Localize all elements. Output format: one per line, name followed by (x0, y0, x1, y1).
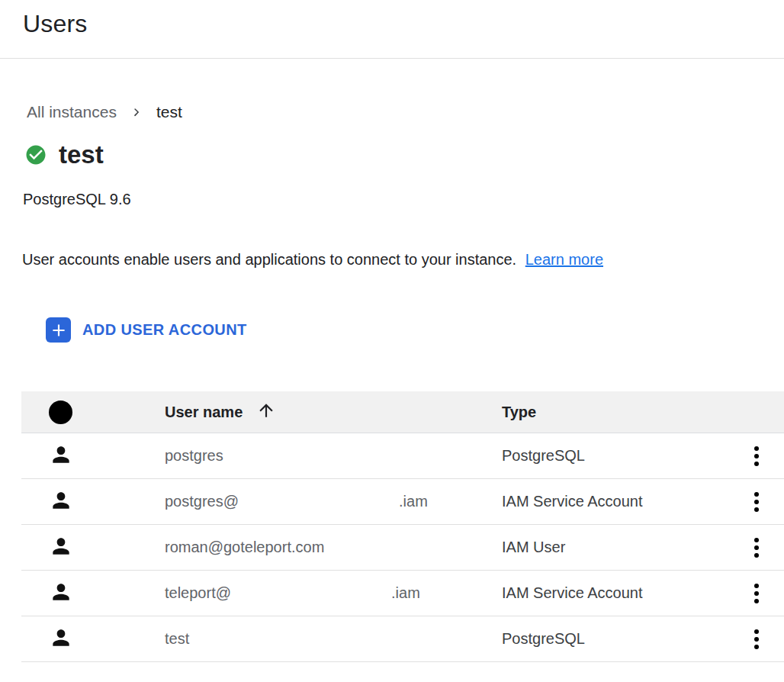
user-type-cell: IAM Service Account (502, 493, 729, 510)
sort-ascending-icon[interactable] (256, 401, 276, 424)
user-name-cell: roman@goteleport.com (165, 539, 502, 556)
users-table: User name Type postgres PostgreSQL (21, 391, 784, 662)
menu-cell (729, 532, 784, 564)
user-name-column-header[interactable]: User name (165, 401, 502, 424)
table-row: postgres@.iam IAM Service Account (21, 479, 784, 525)
kebab-icon (754, 584, 759, 588)
description-text: User accounts enable users and applicati… (22, 251, 516, 268)
user-name-cell: test (165, 630, 502, 648)
add-user-account-button[interactable]: ADD USER ACCOUNT (46, 317, 247, 343)
menu-cell (729, 623, 784, 655)
type-column-header[interactable]: Type (502, 404, 729, 421)
avatar-cell (21, 488, 165, 516)
kebab-icon (754, 538, 759, 542)
user-name-text: teleport@ (165, 584, 231, 601)
user-name-header-label: User name (165, 404, 243, 421)
breadcrumb-all-instances[interactable]: All instances (27, 102, 117, 122)
menu-cell (729, 440, 784, 472)
user-name-suffix: .iam (391, 584, 420, 601)
person-icon (49, 488, 73, 516)
description: User accounts enable users and applicati… (22, 251, 784, 269)
row-menu-button[interactable] (748, 532, 765, 564)
avatar-cell (21, 534, 165, 561)
row-menu-button[interactable] (748, 577, 765, 610)
breadcrumb: All instances test (27, 102, 784, 122)
user-name-suffix: .iam (399, 493, 428, 510)
menu-cell (729, 486, 784, 518)
status-ok-icon (24, 143, 47, 166)
table-body: postgres PostgreSQL postgres@.iam IAM Se… (21, 433, 784, 662)
instance-version: PostgreSQL 9.6 (23, 191, 784, 208)
avatar-circle-icon (49, 401, 72, 424)
menu-cell (729, 577, 784, 610)
avatar-cell (21, 580, 165, 607)
row-menu-button[interactable] (748, 623, 765, 655)
plus-icon (46, 317, 71, 343)
user-name-text: test (165, 630, 189, 647)
row-menu-button[interactable] (748, 486, 765, 518)
avatar-column-header (21, 401, 165, 424)
row-menu-button[interactable] (748, 440, 765, 472)
chevron-right-icon (128, 104, 145, 121)
user-type-cell: PostgreSQL (502, 630, 729, 648)
learn-more-link[interactable]: Learn more (525, 251, 603, 268)
person-icon (49, 442, 73, 470)
person-icon (49, 626, 73, 653)
page-header: Users (0, 0, 784, 59)
user-name-cell: postgres@.iam (165, 493, 502, 510)
instance-name: test (59, 140, 104, 169)
table-row: test PostgreSQL (21, 616, 784, 662)
avatar-cell (21, 442, 165, 470)
kebab-icon (754, 629, 759, 634)
user-name-text: roman@goteleport.com (165, 539, 324, 555)
kebab-icon (754, 446, 759, 451)
page-title: Users (23, 10, 784, 38)
type-header-label: Type (502, 404, 536, 420)
add-user-account-label: ADD USER ACCOUNT (82, 321, 247, 339)
avatar-cell (21, 626, 165, 653)
user-name-cell: postgres (165, 447, 502, 465)
instance-heading: test (24, 140, 784, 169)
breadcrumb-current: test (156, 102, 182, 122)
user-name-text: postgres (165, 447, 223, 464)
table-row: teleport@.iam IAM Service Account (21, 571, 784, 616)
table-header-row: User name Type (21, 391, 784, 433)
user-type-cell: IAM Service Account (502, 584, 729, 602)
user-name-cell: teleport@.iam (165, 584, 502, 602)
user-name-text: postgres@ (165, 493, 239, 510)
table-row: postgres PostgreSQL (21, 433, 784, 479)
person-icon (49, 534, 73, 561)
kebab-icon (754, 492, 759, 497)
person-icon (49, 580, 73, 607)
table-row: roman@goteleport.com IAM User (21, 525, 784, 571)
main-content: All instances test test PostgreSQL 9.6 U… (0, 102, 784, 662)
user-type-cell: PostgreSQL (502, 447, 729, 465)
user-type-cell: IAM User (502, 539, 729, 556)
